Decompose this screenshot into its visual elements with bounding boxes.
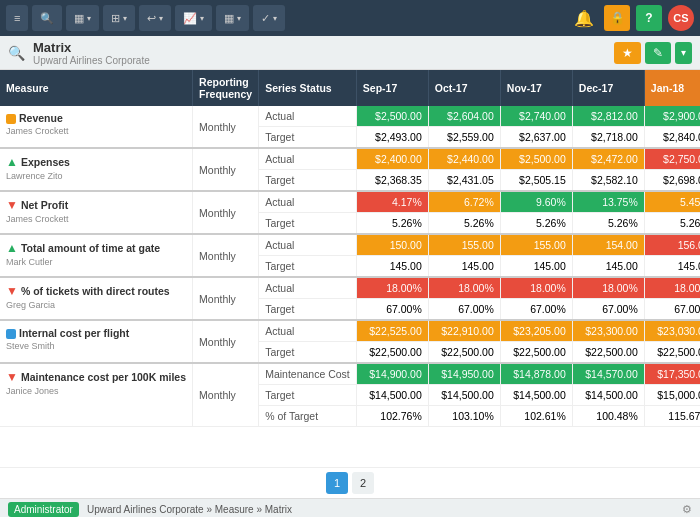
value-cell: 18.00%	[644, 277, 700, 299]
value-cell: $2,493.00	[356, 127, 428, 149]
measure-icon: ▼	[6, 285, 21, 297]
measure-owner: Steve Smith	[6, 341, 55, 351]
toolbar: ≡ 🔍 ▦ ▾ ⊞ ▾ ↩ ▾ 📈 ▾ ▦ ▾ ✓ ▾ 🔔 🔒 ? CS	[0, 0, 700, 36]
value-cell: $22,500.00	[356, 342, 428, 364]
value-cell: 155.00	[428, 234, 500, 256]
more-btn[interactable]: ▾	[675, 42, 692, 64]
page-2-btn[interactable]: 2	[352, 472, 374, 494]
value-cell: $14,500.00	[356, 385, 428, 406]
measure-name: Maintenance cost per 100K miles	[21, 371, 186, 383]
search-bar: 🔍 Matrix Upward Airlines Corporate ★ ✎ ▾	[0, 36, 700, 70]
value-cell: 5.26%	[572, 213, 644, 235]
table-header-row: Measure ReportingFrequency Series Status…	[0, 70, 700, 106]
value-cell: 156.00	[644, 234, 700, 256]
table-row: ▼Maintenance cost per 100K milesJanice J…	[0, 363, 700, 385]
frequency-cell: Monthly	[193, 106, 259, 148]
value-cell: $2,500.00	[356, 106, 428, 127]
value-cell: 9.60%	[500, 191, 572, 213]
line-chart-btn[interactable]: 📈 ▾	[175, 5, 212, 31]
measure-icon	[6, 112, 19, 124]
value-cell: $14,900.00	[356, 363, 428, 385]
favorite-btn[interactable]: ★	[614, 42, 641, 64]
value-cell: 5.26%	[644, 213, 700, 235]
value-cell: $2,400.00	[356, 148, 428, 170]
page-subtitle: Upward Airlines Corporate	[33, 55, 606, 66]
series-cell: Target	[259, 170, 357, 192]
measure-name: Net Profit	[21, 199, 68, 211]
undo-btn[interactable]: ↩ ▾	[139, 5, 171, 31]
measure-cell: ▲ExpensesLawrence Zito	[0, 148, 193, 191]
edit-btn[interactable]: ✎	[645, 42, 671, 64]
pagination: 1 2	[0, 467, 700, 498]
table-row: ▲ExpensesLawrence ZitoMonthlyActual$2,40…	[0, 148, 700, 170]
series-cell: Maintenance Cost	[259, 363, 357, 385]
value-cell: 145.00	[644, 256, 700, 278]
value-cell: $2,750.00	[644, 148, 700, 170]
page-title: Matrix	[33, 40, 606, 55]
measure-cell: RevenueJames Crockett	[0, 106, 193, 148]
value-cell: 154.00	[572, 234, 644, 256]
value-cell: 18.00%	[428, 277, 500, 299]
table-row: Internal cost per flightSteve SmithMonth…	[0, 320, 700, 342]
avatar-btn[interactable]: CS	[668, 5, 694, 31]
value-cell: $2,698.00	[644, 170, 700, 192]
bar-chart-btn[interactable]: ▦ ▾	[216, 5, 249, 31]
value-cell: 5.26%	[500, 213, 572, 235]
measure-owner: James Crockett	[6, 126, 69, 136]
value-cell: $2,637.00	[500, 127, 572, 149]
value-cell: 115.67%	[644, 406, 700, 427]
header-series: Series Status	[259, 70, 357, 106]
value-cell: $2,718.00	[572, 127, 644, 149]
value-cell: 4.17%	[356, 191, 428, 213]
measure-owner: Greg Garcia	[6, 300, 55, 310]
value-cell: $23,030.00	[644, 320, 700, 342]
lock-btn[interactable]: 🔒	[604, 5, 630, 31]
value-cell: $2,505.15	[500, 170, 572, 192]
frequency-cell: Monthly	[193, 320, 259, 363]
value-cell: $2,368.35	[356, 170, 428, 192]
value-cell: $2,472.00	[572, 148, 644, 170]
settings-icon[interactable]: ⚙	[682, 503, 692, 516]
measure-icon: ▲	[6, 156, 21, 168]
table-row: ▼Net ProfitJames CrockettMonthlyActual4.…	[0, 191, 700, 213]
value-cell: $22,500.00	[572, 342, 644, 364]
frequency-cell: Monthly	[193, 277, 259, 320]
measure-name: Revenue	[19, 112, 63, 124]
page-1-btn[interactable]: 1	[326, 472, 348, 494]
series-cell: % of Target	[259, 406, 357, 427]
value-cell: $2,740.00	[500, 106, 572, 127]
measure-icon: ▼	[6, 371, 21, 383]
chart-btn[interactable]: ▦ ▾	[66, 5, 99, 31]
measure-owner: Lawrence Zito	[6, 171, 63, 181]
value-cell: 18.00%	[500, 277, 572, 299]
value-cell: 18.00%	[572, 277, 644, 299]
help-btn[interactable]: ?	[636, 5, 662, 31]
header-dec17: Dec-17	[572, 70, 644, 106]
check-btn[interactable]: ✓ ▾	[253, 5, 285, 31]
value-cell: $22,500.00	[428, 342, 500, 364]
series-cell: Actual	[259, 234, 357, 256]
value-cell: $17,350.00	[644, 363, 700, 385]
search-title: Matrix Upward Airlines Corporate	[33, 40, 606, 66]
series-cell: Target	[259, 342, 357, 364]
bell-icon[interactable]: 🔔	[570, 7, 598, 30]
frequency-cell: Monthly	[193, 191, 259, 234]
measure-cell: Internal cost per flightSteve Smith	[0, 320, 193, 363]
search-btn[interactable]: 🔍	[32, 5, 62, 31]
series-cell: Actual	[259, 191, 357, 213]
value-cell: 5.45%	[644, 191, 700, 213]
value-cell: $2,840.00	[644, 127, 700, 149]
series-cell: Actual	[259, 106, 357, 127]
value-cell: $2,604.00	[428, 106, 500, 127]
table-btn[interactable]: ⊞ ▾	[103, 5, 135, 31]
measure-owner: James Crockett	[6, 214, 69, 224]
value-cell: 102.76%	[356, 406, 428, 427]
value-cell: $14,950.00	[428, 363, 500, 385]
table-row: ▼% of tickets with direct routesGreg Gar…	[0, 277, 700, 299]
menu-btn[interactable]: ≡	[6, 5, 28, 31]
series-cell: Target	[259, 213, 357, 235]
value-cell: 103.10%	[428, 406, 500, 427]
value-cell: $2,431.05	[428, 170, 500, 192]
header-jan18: Jan-18	[644, 70, 700, 106]
table-row: RevenueJames CrockettMonthlyActual$2,500…	[0, 106, 700, 127]
